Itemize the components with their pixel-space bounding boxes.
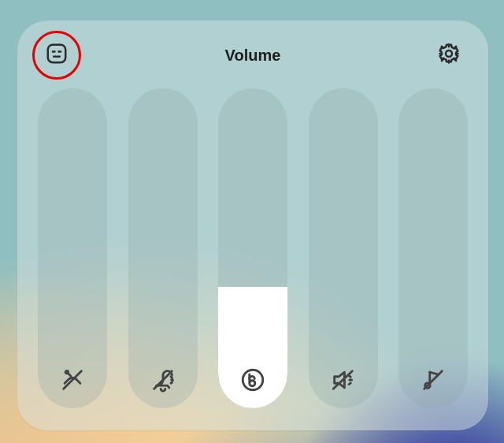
- svg-point-4: [446, 50, 452, 57]
- svg-line-6: [64, 371, 82, 389]
- system-slider[interactable]: [398, 88, 468, 408]
- settings-button[interactable]: [435, 41, 463, 69]
- svg-point-5: [65, 370, 68, 373]
- volume-panel-header: Volume: [38, 41, 468, 69]
- svg-line-11: [424, 371, 443, 389]
- svg-rect-0: [48, 45, 66, 63]
- collapse-button[interactable]: [43, 41, 71, 69]
- notification-mute-icon: [128, 363, 198, 397]
- volume-panel: Volume: [17, 20, 488, 430]
- ringtone-mute-icon: [38, 363, 107, 397]
- notification-slider[interactable]: [128, 88, 198, 408]
- panel-title: Volume: [225, 47, 281, 65]
- svg-line-9: [333, 371, 352, 389]
- media-slider[interactable]: [309, 88, 378, 408]
- svg-line-7: [154, 371, 172, 389]
- system-mute-icon: [398, 363, 468, 397]
- settings-gear-icon: [437, 42, 461, 69]
- media-mute-icon: [309, 363, 378, 397]
- bixby-slider-fill: [218, 287, 287, 408]
- collapse-panel-icon: [45, 42, 69, 69]
- ringtone-slider[interactable]: [38, 88, 107, 408]
- svg-point-10: [425, 383, 431, 389]
- bixby-slider[interactable]: [218, 88, 287, 408]
- volume-sliders-row: [38, 88, 468, 408]
